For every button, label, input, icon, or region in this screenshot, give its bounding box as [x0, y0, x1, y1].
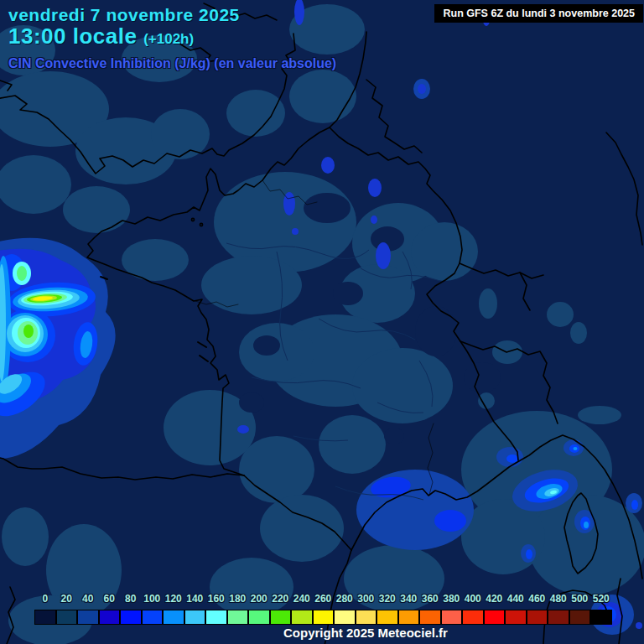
legend-entry: 520: [590, 593, 612, 625]
legend-value: 380: [443, 593, 460, 605]
legend-color-cell: [569, 610, 591, 625]
legend-value: 180: [229, 593, 246, 605]
legend-entry: 40: [77, 593, 99, 625]
legend-value: 220: [272, 593, 288, 605]
legend-entry: 80: [120, 593, 142, 625]
legend-value: 100: [143, 593, 160, 605]
legend-value: 20: [61, 593, 72, 605]
legend-value: 440: [507, 593, 524, 605]
legend-value: 500: [571, 593, 588, 605]
legend-value: 60: [104, 593, 115, 605]
legend-value: 400: [465, 593, 481, 605]
legend-entry: 480: [548, 593, 569, 625]
legend-color-cell: [419, 610, 441, 625]
legend-entry: 100: [142, 593, 164, 625]
legend-color-cell: [205, 610, 227, 625]
legend-value: 340: [400, 593, 417, 605]
legend-entry: 240: [291, 593, 313, 625]
legend-entry: 460: [527, 593, 548, 625]
legend-color-cell: [270, 610, 292, 625]
copyright-text: Copyright 2025 Meteociel.fr: [283, 626, 448, 640]
legend-color-cell: [377, 610, 398, 625]
legend-color-cell: [163, 610, 184, 625]
legend-value: 80: [125, 593, 136, 605]
legend-value: 40: [82, 593, 93, 605]
legend-color-cell: [527, 610, 548, 625]
legend-value: 300: [357, 593, 374, 605]
legend-color-cell: [548, 610, 569, 625]
legend-entry: 160: [205, 593, 227, 625]
legend-entry: 140: [184, 593, 206, 625]
legend-color-cell: [484, 610, 506, 625]
model-run-info: Run GFS 6Z du lundi 3 novembre 2025: [434, 4, 643, 23]
legend-entry: 440: [505, 593, 527, 625]
legend-color-cell: [120, 610, 142, 625]
legend-entry: 0: [34, 593, 56, 625]
legend-color-cell: [334, 610, 356, 625]
legend-entry: 400: [462, 593, 484, 625]
legend-entry: 120: [163, 593, 184, 625]
forecast-offset: (+102h): [143, 31, 194, 47]
legend-value: 200: [251, 593, 267, 605]
legend-color-cell: [505, 610, 527, 625]
legend-color-cell: [184, 610, 206, 625]
legend-color-cell: [313, 610, 335, 625]
legend-color-cell: [356, 610, 377, 625]
cin-map: [0, 0, 644, 644]
legend-color-cell: [99, 610, 121, 625]
legend-value: 0: [42, 593, 48, 605]
legend-value: 140: [186, 593, 203, 605]
legend: 0204060801001201401601802002202402602803…: [34, 593, 612, 625]
legend-entry: 280: [334, 593, 356, 625]
legend-entry: 300: [356, 593, 377, 625]
legend-color-cell: [248, 610, 270, 625]
legend-color-cell: [142, 610, 164, 625]
legend-color-cell: [398, 610, 420, 625]
legend-entry: 340: [398, 593, 420, 625]
weather-map-page: vendredi 7 novembre 2025 13:00 locale (+…: [0, 0, 644, 644]
legend-value: 120: [165, 593, 182, 605]
legend-color-cell: [590, 610, 612, 625]
legend-entry: 420: [484, 593, 506, 625]
legend-entry: 320: [377, 593, 398, 625]
legend-color-cell: [77, 610, 99, 625]
legend-entry: 60: [99, 593, 121, 625]
legend-value: 160: [208, 593, 225, 605]
legend-entry: 180: [227, 593, 249, 625]
legend-color-cell: [291, 610, 313, 625]
legend-entry: 20: [56, 593, 78, 625]
legend-value: 480: [550, 593, 567, 605]
legend-entry: 380: [441, 593, 463, 625]
legend-entry: 500: [569, 593, 591, 625]
legend-value: 420: [486, 593, 502, 605]
legend-value: 460: [528, 593, 545, 605]
legend-color-cell: [441, 610, 463, 625]
legend-value: 360: [422, 593, 439, 605]
legend-entry: 260: [313, 593, 335, 625]
legend-entry: 200: [248, 593, 270, 625]
legend-value: 320: [379, 593, 396, 605]
legend-value: 280: [336, 593, 353, 605]
legend-color-cell: [227, 610, 249, 625]
legend-color-cell: [56, 610, 78, 625]
valid-time-title: 13:00 locale (+102h): [8, 25, 194, 48]
legend-entry: 360: [419, 593, 441, 625]
parameter-title: CIN Convective Inhibition (J/kg) (en val…: [8, 57, 336, 71]
legend-entry: 220: [270, 593, 292, 625]
legend-value: 260: [314, 593, 331, 605]
legend-value: 240: [293, 593, 310, 605]
legend-color-cell: [34, 610, 56, 625]
local-time: 13:00 locale: [8, 23, 137, 49]
legend-color-cell: [462, 610, 484, 625]
date-title: vendredi 7 novembre 2025: [8, 6, 240, 24]
legend-value: 520: [593, 593, 610, 605]
